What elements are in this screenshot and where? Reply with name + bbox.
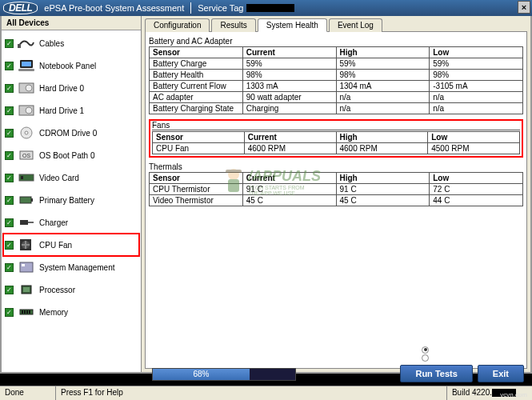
col-header: Current [244, 132, 336, 143]
progress-bar: 68% [152, 368, 296, 381]
table-cell: 72 C [430, 184, 523, 195]
table-cell: 4600 RPM [244, 143, 336, 154]
device-label: OS Boot Path 0 [39, 151, 95, 160]
check-icon: ✓ [5, 151, 14, 160]
thorough-option[interactable]: Thorough Test Mode [422, 354, 521, 362]
svg-rect-24 [22, 310, 23, 314]
table-cell: 45 C [242, 195, 336, 206]
table-cell: 59% [242, 58, 336, 70]
status-help: Press F1 for Help [56, 386, 447, 400]
col-header: High [336, 173, 430, 184]
action-buttons: Run Tests Exit [400, 365, 524, 382]
table-cell: Battery Charging State [150, 103, 243, 114]
check-icon: ✓ [5, 196, 14, 205]
service-tag-value [246, 4, 294, 12]
col-header: Sensor [150, 47, 243, 58]
check-icon: ✓ [5, 84, 14, 93]
device-item-notebook-panel[interactable]: ✓ Notebook Panel [3, 54, 139, 77]
device-item-cables[interactable]: ✓ Cables [3, 32, 139, 54]
check-icon: ✓ [5, 174, 14, 182]
table-row: CPU Thermistor91 C91 C72 C [150, 184, 523, 195]
table-cell: Charging [242, 103, 336, 114]
check-icon: ✓ [5, 286, 14, 294]
tab-system-health[interactable]: System Health [258, 18, 327, 32]
battery-icon [17, 192, 36, 208]
close-icon[interactable]: × [518, 1, 530, 14]
main-panel: ConfigurationResultsSystem HealthEvent L… [142, 16, 530, 372]
device-item-charger[interactable]: ✓ Charger [3, 211, 139, 234]
col-header: Sensor [150, 173, 243, 184]
exit-button[interactable]: Exit [478, 365, 524, 382]
laptop-icon [17, 58, 36, 74]
tab-results[interactable]: Results [211, 18, 255, 32]
col-header: Current [242, 47, 336, 58]
tab-event-log[interactable]: Event Log [329, 18, 382, 32]
table-cell: 90 watt adapter [242, 92, 336, 103]
tab-bar: ConfigurationResultsSystem HealthEvent L… [145, 18, 527, 32]
svg-rect-20 [22, 264, 25, 266]
device-item-processor[interactable]: ✓ Processor [3, 278, 139, 301]
table-cell: n/a [430, 103, 523, 114]
run-tests-button[interactable]: Run Tests [400, 365, 472, 382]
svg-text:OS: OS [22, 153, 30, 158]
table-cell: Battery Charge [150, 58, 243, 70]
app-title: ePSA Pre-boot System Assessment [44, 3, 184, 13]
thermals-table: SensorCurrentHighLowCPU Thermistor91 C91… [149, 172, 523, 206]
charger-icon [17, 214, 36, 230]
memory-icon [17, 304, 36, 320]
device-label: Hard Drive 0 [39, 84, 84, 93]
table-cell: n/a [430, 92, 523, 103]
device-label: Primary Battery [39, 196, 94, 205]
battery-section: Battery and AC Adapter SensorCurrentHigh… [149, 37, 523, 114]
col-header: Low [428, 132, 520, 143]
svg-rect-3 [18, 69, 34, 71]
table-cell: 1304 mA [336, 81, 430, 92]
table-cell: 59% [336, 58, 430, 70]
video-icon [17, 170, 36, 186]
separator [190, 2, 191, 14]
device-item-system-management[interactable]: ✓ System Management [3, 256, 139, 278]
quick-audio-option[interactable]: Perform Quick Audio Check [422, 346, 521, 354]
svg-rect-15 [31, 198, 33, 202]
table-row: Battery Charging StateChargingn/an/a [150, 103, 523, 114]
device-label: Cables [39, 39, 64, 48]
svg-rect-16 [20, 220, 28, 225]
device-item-primary-battery[interactable]: ✓ Primary Battery [3, 189, 139, 211]
device-label: Notebook Panel [39, 62, 96, 70]
device-item-hard-drive-0[interactable]: ✓ Hard Drive 0 [3, 77, 139, 99]
table-cell: n/a [336, 103, 430, 114]
table-row: AC adapter90 watt adaptern/an/a [150, 92, 523, 103]
device-item-cpu-fan[interactable]: ✓ CPU Fan [3, 234, 139, 256]
table-cell: AC adapter [150, 92, 243, 103]
svg-rect-27 [29, 310, 30, 314]
tab-configuration[interactable]: Configuration [145, 18, 210, 32]
svg-rect-26 [26, 310, 28, 314]
fans-title: Fans [152, 121, 520, 130]
test-options: Perform Quick Audio Check Thorough Test … [422, 346, 521, 362]
radio-icon [422, 346, 429, 354]
table-cell: 4500 RPM [428, 143, 520, 154]
svg-point-5 [26, 85, 32, 91]
table-cell: 91 C [242, 184, 336, 195]
battery-title: Battery and AC Adapter [149, 37, 523, 46]
cable-icon [17, 35, 36, 51]
table-cell: 1303 mA [242, 81, 336, 92]
cpu-icon [17, 282, 36, 298]
table-row: Battery Charge59%59%59% [150, 58, 523, 70]
svg-rect-19 [20, 262, 33, 272]
device-item-cdrom-drive-0[interactable]: ✓ CDROM Drive 0 [3, 122, 139, 144]
device-label: CDROM Drive 0 [39, 129, 97, 138]
device-item-memory[interactable]: ✓ Memory [3, 301, 139, 323]
svg-point-9 [25, 131, 28, 134]
device-item-video-card[interactable]: ✓ Video Card [3, 166, 139, 189]
service-tag-label: Service Tag [198, 3, 243, 13]
table-cell: 98% [430, 70, 523, 81]
sidebar: All Devices ✓ Cables✓ Notebook Panel✓ Ha… [2, 16, 142, 372]
fan-icon [17, 237, 36, 253]
table-cell: 59% [430, 58, 523, 70]
device-item-os-boot-path-0[interactable]: ✓ OS OS Boot Path 0 [3, 144, 139, 166]
table-cell: 98% [336, 70, 430, 81]
table-cell: Battery Current Flow [150, 81, 243, 92]
device-list: ✓ Cables✓ Notebook Panel✓ Hard Drive 0✓ … [2, 30, 141, 372]
device-item-hard-drive-1[interactable]: ✓ Hard Drive 1 [3, 99, 139, 122]
